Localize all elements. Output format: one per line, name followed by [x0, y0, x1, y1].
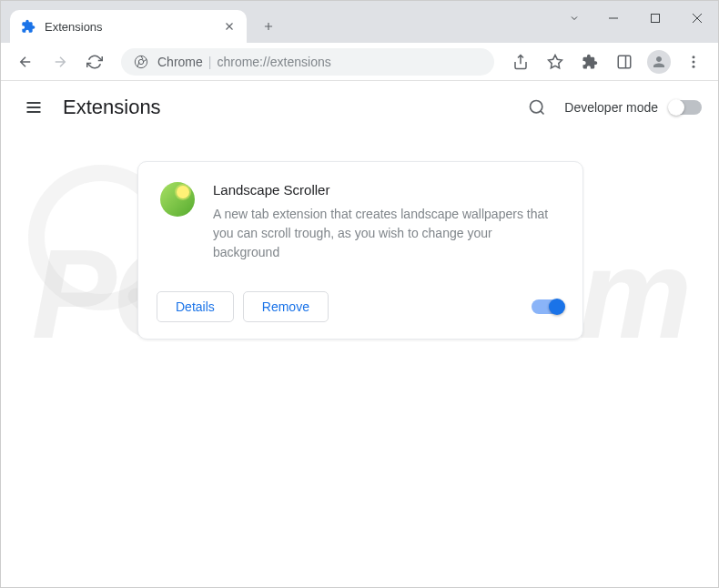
svg-point-2: [138, 59, 143, 64]
svg-rect-0: [652, 15, 660, 23]
profile-button[interactable]: [643, 46, 674, 77]
main-menu-button[interactable]: [17, 91, 50, 124]
omnibox-url: chrome://extensions: [217, 55, 330, 69]
extension-info: Landscape Scroller A new tab extension t…: [213, 182, 561, 262]
developer-mode-label: Developer mode: [564, 100, 658, 115]
plus-icon: [262, 20, 275, 33]
share-button[interactable]: [505, 46, 536, 77]
menu-button[interactable]: [678, 46, 709, 77]
extensions-content: Landscape Scroller A new tab extension t…: [1, 134, 718, 340]
svg-point-5: [693, 60, 695, 63]
share-icon: [512, 54, 529, 70]
extension-description: A new tab extension that creates landsca…: [213, 205, 561, 262]
browser-tab[interactable]: Extensions: [10, 10, 247, 43]
extension-icon: [21, 19, 35, 34]
svg-point-1: [135, 56, 147, 67]
omnibox-prefix: Chrome: [157, 55, 203, 69]
arrow-right-icon: [52, 54, 68, 70]
minimize-icon: [608, 13, 619, 24]
address-bar[interactable]: Chrome | chrome://extensions: [121, 48, 494, 76]
puzzle-icon: [582, 54, 598, 70]
reload-button[interactable]: [79, 46, 110, 77]
extension-name: Landscape Scroller: [213, 182, 561, 198]
omnibox-separator: |: [208, 55, 212, 69]
chevron-down-icon: [569, 13, 580, 24]
reload-icon: [86, 54, 103, 70]
tab-search-button[interactable]: [556, 1, 592, 35]
toggle-knob: [549, 299, 565, 315]
person-icon: [651, 54, 667, 70]
svg-point-4: [693, 56, 695, 58]
extension-card: Landscape Scroller A new tab extension t…: [137, 161, 583, 340]
extension-app-icon: [160, 182, 195, 217]
new-tab-button[interactable]: [256, 14, 281, 39]
window-controls: [556, 1, 718, 35]
search-icon: [528, 98, 546, 117]
close-icon: [692, 13, 703, 24]
maximize-icon: [650, 13, 661, 24]
extension-enable-toggle[interactable]: [532, 299, 564, 314]
hamburger-icon: [25, 98, 43, 117]
avatar: [647, 50, 671, 74]
window-titlebar: Extensions: [1, 1, 718, 43]
svg-point-6: [693, 65, 695, 67]
svg-point-7: [531, 101, 542, 113]
arrow-left-icon: [17, 54, 34, 70]
browser-toolbar: Chrome | chrome://extensions: [1, 43, 718, 81]
extensions-button[interactable]: [574, 46, 605, 77]
details-button[interactable]: Details: [157, 291, 234, 322]
close-tab-icon[interactable]: [223, 20, 236, 33]
panel-icon: [616, 54, 633, 70]
dots-vertical-icon: [685, 54, 702, 70]
extension-footer: Details Remove: [138, 279, 582, 339]
remove-button[interactable]: Remove: [243, 291, 329, 322]
search-extensions-button[interactable]: [521, 91, 553, 124]
tab-title: Extensions: [45, 20, 223, 34]
page-title: Extensions: [63, 96, 521, 119]
toggle-knob: [668, 99, 684, 116]
developer-mode-toggle[interactable]: [669, 100, 702, 115]
chrome-icon: [134, 55, 148, 69]
svg-rect-3: [618, 56, 631, 68]
star-icon: [547, 54, 563, 70]
close-window-button[interactable]: [676, 1, 718, 35]
bookmark-button[interactable]: [540, 46, 571, 77]
extension-body: Landscape Scroller A new tab extension t…: [138, 162, 582, 279]
extensions-header: Extensions Developer mode: [1, 81, 718, 134]
minimize-button[interactable]: [592, 1, 634, 35]
forward-button[interactable]: [45, 46, 76, 77]
maximize-button[interactable]: [634, 1, 676, 35]
side-panel-button[interactable]: [609, 46, 640, 77]
back-button[interactable]: [10, 46, 41, 77]
